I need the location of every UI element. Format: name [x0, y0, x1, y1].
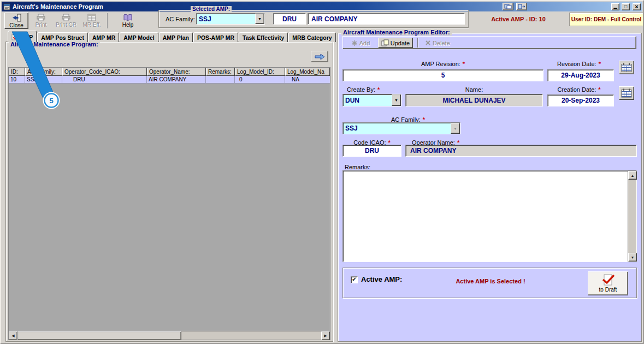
split-window-icon — [518, 4, 525, 9]
tab-mrb-category[interactable]: MRB Category — [288, 32, 335, 42]
draft-check-icon — [601, 274, 615, 286]
editor-ac-family-combobox[interactable]: SSJ ▼ — [342, 122, 460, 134]
creation-date-field[interactable]: 20-Sep-2023 — [547, 94, 614, 106]
close-button-label: Close — [9, 22, 23, 28]
delete-icon — [425, 40, 431, 46]
right-arrow-icon — [314, 54, 325, 60]
column-header-operator-code-icao[interactable]: Operator_Code_ICAO: — [62, 68, 147, 76]
amp-revision-field[interactable]: 5 — [342, 69, 543, 81]
remarks-label: Remarks: — [345, 164, 370, 170]
create-by-dropdown-button[interactable]: ▼ — [392, 94, 401, 106]
column-header-log-model-name[interactable]: Log_Model_Na — [285, 68, 330, 76]
cell-ac-family[interactable]: SSJ — [25, 76, 62, 83]
mr-eff-button[interactable]: MR Eff. — [80, 13, 104, 29]
operator-name-field: AIR COMPANY — [308, 13, 465, 25]
print-button[interactable]: Print — [29, 13, 52, 29]
cell-operator-name[interactable]: AIR COMPANY — [147, 76, 206, 83]
calendar-icon — [621, 88, 632, 98]
print-cr-button[interactable]: Print CR — [54, 13, 79, 29]
tab-label: AMP Plan — [163, 34, 189, 41]
update-button[interactable]: Update — [378, 38, 413, 48]
creation-date-label: Creation Date:* — [538, 86, 620, 93]
add-icon — [351, 40, 358, 46]
scroll-right-button[interactable]: ▶ — [321, 331, 330, 340]
create-by-combobox[interactable]: DUN ▼ — [342, 94, 401, 106]
scroll-down-button[interactable]: ▼ — [628, 253, 637, 262]
scroll-left-button[interactable]: ◀ — [9, 331, 17, 340]
user-id-badge: User ID: DEM - Full Control — [569, 13, 643, 26]
window-close-button[interactable]: × — [633, 3, 641, 10]
editor-ac-family-dropdown-button[interactable]: ▼ — [451, 123, 460, 134]
cell-remarks[interactable] — [206, 76, 235, 83]
minimize-button[interactable]: ▁ — [611, 3, 619, 10]
amp-list-panel: Aircraft Maintenance Program: ID: AC_Fam… — [5, 41, 333, 342]
operator-code-field: DRU — [273, 13, 306, 25]
remarks-text[interactable] — [343, 171, 628, 262]
active-amp-panel: ✔ Active AMP: Active AMP is Selected ! t… — [342, 268, 637, 298]
help-button[interactable]: Help — [115, 13, 141, 29]
help-button-label: Help — [122, 22, 134, 28]
remarks-vertical-scrollbar[interactable]: ▲ ▼ — [628, 171, 636, 262]
maximize-button[interactable]: □ — [622, 3, 630, 10]
cell-log-model-name[interactable]: NA — [285, 76, 330, 83]
scrollbar-track[interactable] — [628, 180, 636, 253]
selected-amp-fieldset: Selected AMP: AC Family: SSJ ▼ DRU AIR C… — [158, 10, 469, 28]
remarks-textarea[interactable]: ▲ ▼ — [342, 170, 637, 262]
toolbar-separator — [107, 13, 108, 28]
tab-label: AMP Pos Struct — [41, 34, 84, 41]
add-button[interactable]: Add — [347, 38, 374, 48]
tab-pos-amp-mr[interactable]: POS-AMP MR — [193, 32, 238, 42]
column-header-ac-family[interactable]: AC_Family: — [25, 68, 62, 76]
cell-operator-code-icao[interactable]: DRU — [62, 76, 147, 83]
creation-date-calendar-button[interactable] — [619, 86, 634, 100]
revision-date-calendar-button[interactable] — [619, 61, 634, 74]
scrollbar-track[interactable] — [181, 331, 321, 340]
tab-label: AMP Model — [123, 34, 154, 41]
editor-toolbar: Add Update Delete — [342, 36, 636, 49]
delete-button-label: Delete — [433, 40, 450, 46]
column-header-log-model-id[interactable]: Log_Model_ID: — [235, 68, 285, 76]
active-amp-indicator: Active AMP - ID: 10 — [472, 16, 565, 22]
tab-strip: AMP AMP Pos Struct AMP MR AMP Model AMP … — [8, 31, 336, 42]
minimize-icon: ▁ — [613, 5, 617, 8]
column-header-id[interactable]: ID: — [9, 68, 25, 76]
window-layout-button-1[interactable] — [503, 3, 513, 10]
app-icon — [3, 3, 10, 10]
close-button[interactable]: Close — [4, 13, 28, 29]
mr-eff-button-label: MR Eff. — [82, 22, 101, 28]
tab-task-effectivity[interactable]: Task Effectivity — [239, 32, 288, 42]
column-header-operator-name[interactable]: Operator_Name: — [147, 68, 206, 76]
tab-amp-label: AMP — [20, 34, 33, 40]
active-amp-checkbox-label[interactable]: Active AMP: — [361, 275, 402, 283]
printer-cr-icon — [61, 14, 71, 21]
ac-family-combobox[interactable]: SSJ ▼ — [196, 13, 265, 25]
maximize-icon: □ — [624, 4, 627, 9]
chevron-down-icon: ▼ — [394, 98, 398, 102]
scrollbar-thumb[interactable] — [17, 331, 181, 340]
window-layout-button-2[interactable] — [516, 3, 527, 10]
name-label: Name: — [405, 86, 543, 93]
to-draft-button[interactable]: to Draft — [588, 271, 628, 295]
tab-amp-mr[interactable]: AMP MR — [88, 32, 119, 42]
revision-date-field[interactable]: 29-Aug-2023 — [547, 69, 614, 81]
delete-button[interactable]: Delete — [422, 38, 453, 48]
scroll-up-button[interactable]: ▲ — [628, 171, 637, 180]
editor-toolbar-separator — [417, 38, 418, 48]
tab-amp-plan[interactable]: AMP Plan — [159, 32, 193, 42]
tab-amp[interactable]: AMP — [8, 31, 37, 42]
tab-amp-pos-struct[interactable]: AMP Pos Struct — [37, 32, 88, 42]
grid-horizontal-scrollbar[interactable]: ◀ ▶ — [9, 331, 330, 340]
chevron-down-icon: ▼ — [258, 17, 262, 21]
code-icao-field[interactable]: DRU — [342, 145, 401, 157]
cell-log-model-id[interactable]: 0 — [235, 76, 285, 83]
tab-label: Task Effectivity — [243, 34, 284, 41]
tab-amp-model[interactable]: AMP Model — [120, 32, 158, 42]
active-amp-checkbox[interactable]: ✔ — [351, 276, 358, 283]
transfer-to-editor-button[interactable] — [311, 51, 328, 62]
scroll-right-icon: ▶ — [324, 334, 327, 338]
cell-id[interactable]: 10 — [9, 76, 25, 83]
table-row[interactable]: 10 SSJ DRU AIR COMPANY 0 NA — [9, 76, 330, 84]
revision-date-label: Revision Date:* — [538, 61, 620, 67]
ac-family-dropdown-button[interactable]: ▼ — [255, 14, 264, 24]
column-header-remarks[interactable]: Remarks: — [206, 68, 235, 76]
